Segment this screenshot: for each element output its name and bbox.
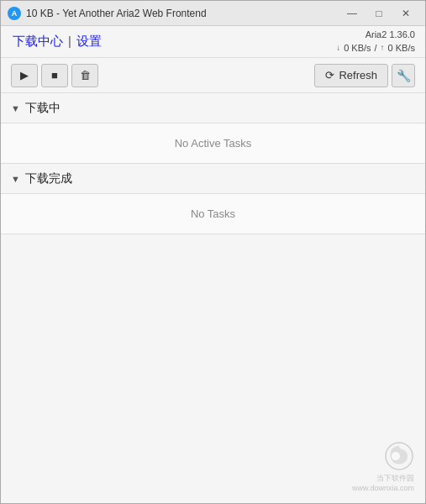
watermark: 当下软件园 www.downxia.com bbox=[352, 441, 414, 494]
active-section-title: 下载中 bbox=[25, 101, 60, 116]
close-button[interactable]: ✕ bbox=[393, 4, 418, 23]
upload-speed: 0 KB/s bbox=[388, 42, 415, 55]
delete-button[interactable]: 🗑 bbox=[71, 64, 98, 87]
completed-section-header[interactable]: ▼ 下载完成 bbox=[1, 164, 425, 194]
stop-button[interactable]: ■ bbox=[41, 64, 68, 87]
toolbar: ▶ ■ 🗑 ⟳ Refresh 🔧 bbox=[1, 58, 425, 93]
resume-button[interactable]: ▶ bbox=[11, 64, 38, 87]
completed-chevron-icon: ▼ bbox=[11, 174, 20, 184]
window-controls: — □ ✕ bbox=[339, 4, 418, 23]
completed-empty-message: No Tasks bbox=[191, 207, 235, 220]
maximize-button[interactable]: □ bbox=[366, 4, 392, 23]
toolbar-left: ▶ ■ 🗑 bbox=[11, 64, 314, 87]
completed-section-body: No Tasks bbox=[1, 194, 425, 234]
active-section-header[interactable]: ▼ 下载中 bbox=[1, 93, 425, 123]
title-bar: A 10 KB - Yet Another Aria2 Web Frontend… bbox=[1, 1, 425, 26]
settings-button[interactable]: 🔧 bbox=[392, 64, 415, 87]
app-icon: A bbox=[8, 7, 21, 20]
nav-download-center[interactable]: 下载中心 bbox=[11, 34, 65, 50]
toolbar-right: ⟳ Refresh 🔧 bbox=[314, 64, 415, 87]
upload-speed-icon: ↑ bbox=[381, 42, 385, 54]
nav-separator: | bbox=[68, 34, 71, 50]
refresh-icon: ⟳ bbox=[325, 69, 334, 81]
nav-links: 下载中心 | 设置 bbox=[11, 34, 336, 50]
active-empty-message: No Active Tasks bbox=[175, 137, 252, 150]
svg-point-1 bbox=[392, 452, 400, 460]
active-chevron-icon: ▼ bbox=[11, 103, 20, 113]
speed-separator: / bbox=[375, 42, 377, 55]
window-title: 10 KB - Yet Another Aria2 Web Frontend bbox=[26, 8, 339, 19]
download-speed: 0 KB/s bbox=[344, 42, 371, 55]
active-section-body: No Active Tasks bbox=[1, 123, 425, 164]
app-window: A 10 KB - Yet Another Aria2 Web Frontend… bbox=[0, 0, 426, 504]
watermark-text: 当下软件园 www.downxia.com bbox=[352, 473, 414, 494]
watermark-logo-icon bbox=[384, 441, 414, 471]
completed-section-title: 下载完成 bbox=[25, 171, 72, 186]
nav-settings[interactable]: 设置 bbox=[75, 34, 103, 50]
speed-info: ↓ 0 KB/s / ↑ 0 KB/s bbox=[336, 42, 415, 55]
download-speed-icon: ↓ bbox=[336, 42, 340, 54]
completed-section: ▼ 下载完成 No Tasks bbox=[1, 164, 425, 234]
wrench-icon: 🔧 bbox=[397, 69, 411, 82]
active-section: ▼ 下载中 No Active Tasks bbox=[1, 93, 425, 164]
refresh-button[interactable]: ⟳ Refresh bbox=[314, 64, 388, 87]
minimize-button[interactable]: — bbox=[339, 4, 365, 23]
nav-status: Aria2 1.36.0 ↓ 0 KB/s / ↑ 0 KB/s bbox=[336, 29, 415, 55]
aria2-version: Aria2 1.36.0 bbox=[366, 29, 415, 41]
nav-bar: 下载中心 | 设置 Aria2 1.36.0 ↓ 0 KB/s / ↑ 0 KB… bbox=[1, 26, 425, 58]
